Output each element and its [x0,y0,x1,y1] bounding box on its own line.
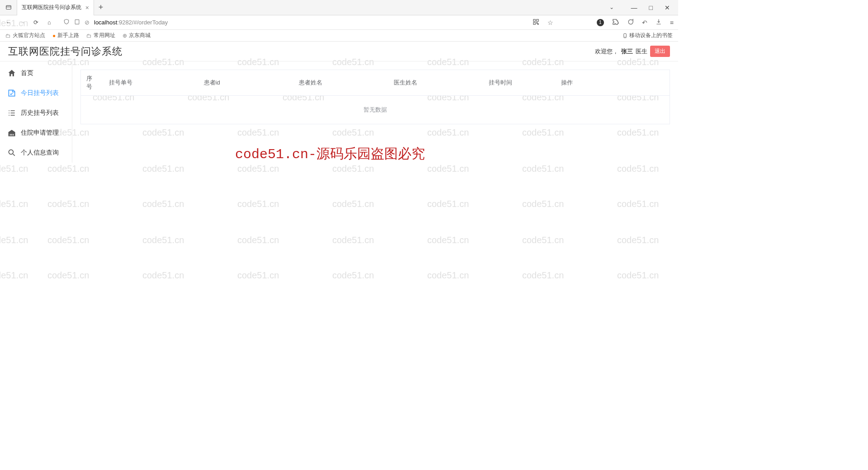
minimize-icon[interactable]: — [631,4,637,11]
mobile-icon [623,33,627,39]
watermark: code51.cn [47,235,89,245]
bookmark-item[interactable]: 🗀火狐官方站点 [5,32,45,39]
bookmark-item[interactable]: ●新手上路 [52,32,79,39]
watermark: code51.cn [522,235,564,245]
logout-button[interactable]: 退出 [650,46,670,57]
globe-icon: ⊕ [123,33,127,39]
watermark: code51.cn [0,199,28,209]
search-icon [7,148,16,157]
close-window-icon[interactable]: ✕ [665,4,670,11]
bookmark-star-icon[interactable]: ☆ [547,19,553,26]
bookmark-item[interactable]: ⊕京东商城 [123,32,151,39]
mobile-bookmarks-label: 移动设备上的书签 [629,32,673,39]
sidebar-item-today-orders[interactable]: 今日挂号列表 [0,83,72,103]
chat-icon[interactable] [627,19,634,27]
watermark: code51.cn [522,270,564,281]
column-header-doctor-name[interactable]: 医生姓名 [388,70,483,96]
chevron-down-icon[interactable]: ⌄ [609,4,614,11]
url-field[interactable]: ⊘ localhost:9282/#/orderToday [59,19,527,26]
svg-rect-2 [533,19,535,21]
watermark: code51.cn [47,199,89,209]
folder-icon: 🗀 [5,33,11,39]
watermark: code51.cn [0,164,28,174]
watermark: code51.cn [237,235,279,245]
tabs-icon [5,5,12,11]
watermark: code51.cn [237,199,279,209]
username: 张三 [621,47,633,56]
watermark: code51.cn [142,164,184,174]
firefox-icon: ● [52,33,56,39]
watermark: code51.cn [237,164,279,174]
folder-icon: 🗀 [86,33,92,39]
maximize-icon[interactable]: □ [649,4,653,11]
column-header-order-no[interactable]: 挂号单号 [104,70,198,96]
bookmark-label: 常用网址 [94,32,115,39]
orders-table: 序号 挂号单号 患者id 患者姓名 医生姓名 挂号时间 操作 暂无数据 [80,70,670,124]
sidebar-item-personal-info[interactable]: 个人信息查询 [0,143,72,163]
column-header-patient-id[interactable]: 患者id [198,70,293,96]
watermark: code51.cn [617,164,659,174]
qr-icon[interactable] [533,19,539,27]
back-icon[interactable]: ← [5,19,13,26]
watermark: code51.cn [427,270,469,281]
sidebar-item-hospitalization[interactable]: 住院申请管理 [0,123,72,143]
shield-icon[interactable] [63,19,70,26]
watermark: code51.cn [332,270,374,281]
undo-icon[interactable]: ↶ [642,19,647,26]
home-icon[interactable]: ⌂ [45,19,53,26]
bookmarks-bar: 🗀火狐官方站点 ●新手上路 🗀常用网址 ⊕京东商城 移动设备上的书签 [0,30,678,42]
watermark: code51.cn [427,164,469,174]
main-content: 序号 挂号单号 患者id 患者姓名 医生姓名 挂号时间 操作 暂无数据 [72,61,678,163]
sidebar-item-label: 个人信息查询 [21,149,59,157]
tab-list-button[interactable] [0,0,17,15]
extensions-icon[interactable] [612,19,619,27]
svg-rect-0 [6,5,11,9]
list-icon [7,108,16,118]
sidebar-item-home[interactable]: 首页 [0,63,72,83]
url-path: :9282/#/orderToday [117,19,168,26]
watermark: code51.cn [47,164,89,174]
new-tab-button[interactable]: + [94,3,108,12]
svg-rect-3 [537,19,538,21]
building-icon [7,128,16,137]
browser-address-bar: ← → ⟳ ⌂ ⊘ localhost:9282/#/orderToday ☆ … [0,15,678,30]
column-header-time[interactable]: 挂号时间 [483,70,556,96]
column-header-actions[interactable]: 操作 [556,70,670,96]
menu-icon[interactable]: ≡ [670,19,674,26]
reload-icon[interactable]: ⟳ [32,19,40,26]
watermark: code51.cn [332,199,374,209]
note-edit-icon [7,89,16,98]
sidebar-item-label: 住院申请管理 [21,129,59,137]
connection-icon[interactable]: ⊘ [85,19,90,26]
bookmark-item[interactable]: 🗀常用网址 [86,32,115,39]
bookmark-label: 新手上路 [57,32,79,39]
watermark: code51.cn [427,199,469,209]
column-header-patient-name[interactable]: 患者姓名 [293,70,388,96]
watermark: code51.cn [522,199,564,209]
watermark: code51.cn [142,199,184,209]
watermark: code51.cn [617,235,659,245]
sidebar-item-label: 首页 [21,69,33,77]
browser-tab[interactable]: 互联网医院挂号问诊系统 × [17,0,94,15]
watermark: code51.cn [47,270,89,281]
app-title: 互联网医院挂号问诊系统 [8,45,123,58]
mobile-bookmarks[interactable]: 移动设备上的书签 [623,32,673,39]
svg-point-9 [9,150,13,154]
watermark: code51.cn [427,235,469,245]
close-tab-icon[interactable]: × [85,4,89,11]
download-icon[interactable] [656,19,662,26]
page-icon [74,19,80,26]
watermark: code51.cn [617,199,659,209]
url-host: localhost [94,19,117,26]
watermark: code51.cn [237,270,279,281]
watermark: code51.cn [0,235,28,245]
bookmark-label: 京东商城 [129,32,151,39]
forward-icon[interactable]: → [18,19,26,26]
watermark: code51.cn [142,235,184,245]
notification-badge[interactable]: 1 [597,19,604,26]
sidebar-item-history-orders[interactable]: 历史挂号列表 [0,103,72,123]
sidebar-item-label: 历史挂号列表 [21,109,59,117]
app-header: 互联网医院挂号问诊系统 欢迎您， 张三 医生 退出 [0,42,678,61]
column-header-seq[interactable]: 序号 [81,70,104,96]
browser-tab-strip: 互联网医院挂号问诊系统 × + ⌄ — □ ✕ [0,0,678,15]
